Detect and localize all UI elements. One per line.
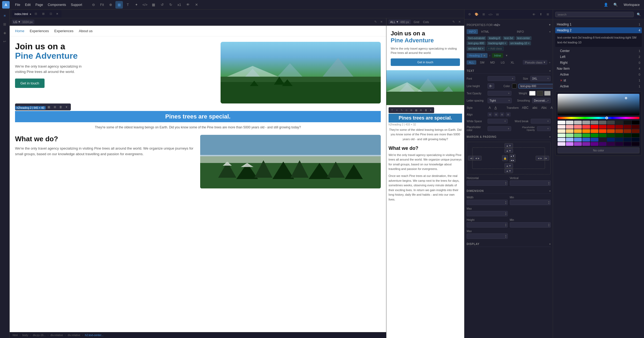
ph-wp[interactable]: W: [495, 12, 500, 17]
pc-20[interactable]: [632, 125, 639, 129]
pc-53[interactable]: [574, 142, 582, 146]
all-badge[interactable]: ALL ▾ 480 px: [389, 20, 411, 24]
style-A2[interactable]: A: [493, 105, 498, 110]
bc-h2[interactable]: h2.text-center...: [84, 334, 104, 337]
main-tab[interactable]: index.html ● ⊟ ⊠ ⊡ ✕: [12, 10, 61, 18]
h2-selected[interactable]: Pines trees are special.: [15, 111, 381, 122]
inline-dropdown[interactable]: ▾: [506, 54, 507, 57]
whitespace-select[interactable]: ▾: [488, 119, 508, 124]
display-toggle[interactable]: ▾: [549, 243, 551, 246]
mp-toggle[interactable]: ▾: [549, 135, 551, 138]
ph-eye[interactable]: 👁: [531, 12, 537, 17]
pc-1[interactable]: [558, 121, 565, 124]
padding-top[interactable]: ▲▼: [504, 148, 513, 153]
pc-29[interactable]: [624, 129, 631, 133]
transform-ABC[interactable]: ABC: [521, 105, 530, 110]
color-text-input[interactable]: [518, 84, 553, 88]
redo-tool[interactable]: ↻: [167, 1, 174, 9]
assets-icon[interactable]: ◈: [1, 29, 9, 36]
pc-50[interactable]: [632, 138, 639, 142]
pc-25[interactable]: [591, 129, 598, 133]
text-section-toggle[interactable]: ▾: [549, 69, 551, 72]
pc-9[interactable]: [624, 121, 631, 124]
pc-23[interactable]: [574, 129, 582, 133]
vp-right-edit[interactable]: ✎: [451, 19, 456, 25]
tab-split-left[interactable]: ⊟: [33, 11, 39, 17]
layers-icon[interactable]: ≡: [1, 12, 9, 19]
pc-42[interactable]: [566, 138, 574, 142]
components-icon[interactable]: ⊞: [1, 20, 9, 28]
hmin-down[interactable]: ▼: [548, 225, 550, 227]
chart-tool[interactable]: ▦: [150, 1, 157, 9]
color-swatch[interactable]: [512, 84, 517, 88]
pc-36[interactable]: [599, 133, 607, 137]
menu-file[interactable]: File: [13, 2, 22, 8]
pc-16[interactable]: [599, 125, 607, 129]
undo-tool[interactable]: ↺: [158, 1, 166, 9]
v-down[interactable]: ▼: [548, 183, 550, 185]
tag-sm-text-4xl[interactable]: sm:text-4xl ×: [467, 46, 485, 51]
tag-tracking-tight[interactable]: tracking-tight ×: [487, 41, 508, 45]
h-down[interactable]: ▼: [505, 183, 507, 185]
transform-abc[interactable]: abc: [531, 105, 539, 110]
style-st[interactable]: ✕ st 1: [558, 77, 642, 83]
smoothing-select[interactable]: Decorati... ▾: [532, 98, 551, 103]
pc-47[interactable]: [607, 138, 615, 142]
pc-38[interactable]: [615, 133, 623, 137]
pc-48[interactable]: [615, 138, 623, 142]
pseudo-class-dropdown[interactable]: Pseudo class ▾: [523, 60, 547, 65]
pc-41[interactable]: [558, 138, 565, 142]
rv-cta-btn[interactable]: Get in touch: [391, 58, 460, 66]
cols-label[interactable]: Cols: [422, 20, 430, 24]
vp-edit-icon[interactable]: ✎: [373, 19, 378, 25]
grid-label[interactable]: Grid: [413, 20, 420, 24]
tag-font-extrabold[interactable]: font-extrabold: [467, 36, 486, 40]
vp-close-icon[interactable]: ✕: [379, 19, 384, 25]
h2-up[interactable]: ▲: [505, 223, 507, 225]
menu-edit[interactable]: Edit: [23, 2, 33, 8]
style-heading2[interactable]: Heading 2 4: [555, 27, 642, 33]
bp-lg[interactable]: LG: [499, 60, 507, 65]
menu-page[interactable]: Page: [33, 2, 45, 8]
center-down[interactable]: ◄►: [510, 158, 515, 162]
ph-code[interactable]: </>: [488, 12, 493, 17]
rv-et-t[interactable]: T: [390, 108, 394, 112]
color-gradient[interactable]: [558, 94, 639, 115]
pc-34[interactable]: [582, 133, 590, 137]
code-tool[interactable]: </>: [141, 1, 149, 9]
tab-maximize[interactable]: ⊡: [48, 11, 54, 17]
v-up[interactable]: ▲: [548, 181, 550, 183]
search-input[interactable]: [555, 12, 634, 17]
pc-46[interactable]: [599, 138, 607, 142]
pc-27[interactable]: [607, 129, 615, 133]
padding-right[interactable]: ◄►: [536, 156, 544, 161]
style-left[interactable]: Left 2: [558, 54, 642, 60]
pc-31[interactable]: [558, 133, 565, 137]
style-right[interactable]: Right 0: [558, 60, 642, 66]
padding-lock[interactable]: 🔒: [502, 155, 508, 161]
et-delete-btn[interactable]: 🗑: [58, 105, 63, 109]
pc-58[interactable]: [615, 142, 623, 146]
bc-body[interactable]: body: [21, 334, 29, 337]
lg-badge[interactable]: LG ▾ 1024 px: [12, 20, 34, 24]
tab-close-button[interactable]: ✕: [56, 12, 59, 16]
height-input[interactable]: [467, 222, 504, 227]
bp-sm[interactable]: SM: [478, 60, 487, 65]
props-collapse-icon[interactable]: ▾: [549, 23, 551, 27]
style-heading1[interactable]: Heading 1 1: [555, 21, 642, 27]
wmin-down[interactable]: ▼: [548, 202, 550, 204]
app-logo[interactable]: A: [2, 1, 10, 9]
menu-components[interactable]: Components: [46, 2, 68, 8]
et-grid-btn[interactable]: ▦: [46, 105, 51, 109]
text-section-header[interactable]: TEXT ▾: [467, 68, 551, 74]
bc-div-rel2[interactable]: div.relative: [67, 334, 81, 337]
pc-60[interactable]: [632, 142, 639, 146]
pc-26[interactable]: [599, 129, 607, 133]
vp-right-close[interactable]: ✕: [457, 19, 462, 25]
rv-et-pen[interactable]: ✎: [400, 108, 404, 112]
inline-label[interactable]: Inline: [492, 53, 503, 58]
opacity-select[interactable]: ▾: [488, 91, 511, 96]
pc-21[interactable]: [558, 129, 565, 133]
transform-A[interactable]: A: [550, 105, 553, 110]
rv-et-del[interactable]: 🗑: [424, 108, 428, 112]
